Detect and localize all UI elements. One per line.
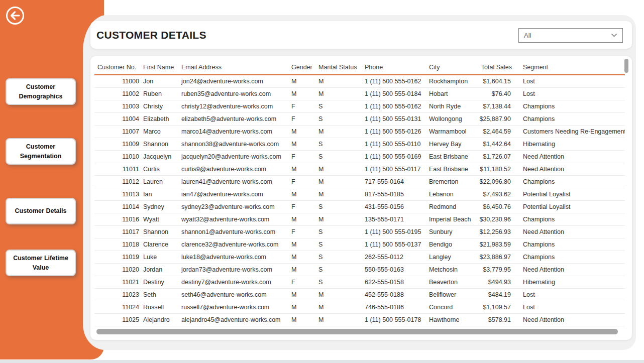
table-cell-segment: Lost	[514, 87, 625, 100]
table-cell-customer_no: 11025	[94, 313, 142, 326]
table-cell-gender: F	[290, 225, 317, 238]
table-cell-segment: Lost	[514, 288, 625, 301]
table-row[interactable]: 11011Curtiscurtis9@adventure-works.comMM…	[94, 163, 625, 175]
dropdown-selected-value: All	[524, 32, 531, 39]
table-cell-first_name: Jordan	[142, 263, 180, 276]
table-row[interactable]: 11019Lukeluke18@adventure-works.comMS262…	[94, 251, 625, 263]
table-cell-phone: 262-555-0112	[364, 251, 428, 263]
table-row[interactable]: 11002Rubenruben35@adventure-works.comMM1…	[94, 87, 625, 100]
table-cell-email_address: luke18@adventure-works.com	[180, 251, 290, 263]
table-cell-city: Sunbury	[428, 225, 477, 238]
table-cell-marital_status: M	[317, 87, 364, 100]
vertical-scrollbar[interactable]	[624, 59, 628, 73]
col-header-email-address[interactable]: Email Address	[180, 60, 290, 75]
col-header-customer-no[interactable]: Customer No.	[94, 60, 142, 75]
table-cell-marital_status: S	[317, 225, 364, 238]
table-row[interactable]: 11004Elizabethelizabeth5@adventure-works…	[94, 112, 625, 125]
table-cell-first_name: Curtis	[142, 163, 180, 175]
table-cell-first_name: Destiny	[142, 276, 180, 288]
col-header-segment[interactable]: Segment	[514, 60, 625, 75]
table-row[interactable]: 11018Clarenceclarence32@adventure-works.…	[94, 238, 625, 251]
table-row[interactable]: 11025Alejandroalejandro45@adventure-work…	[94, 313, 625, 326]
sidebar-item-customer-details[interactable]: Customer Details	[6, 198, 76, 224]
nav-label: Customer Lifetime Value	[12, 254, 70, 272]
table-cell-segment: Champions	[514, 112, 625, 125]
table-cell-segment: Champions	[514, 100, 625, 112]
nav-label: Customer Demographics	[12, 82, 70, 100]
table-cell-phone: 817-555-0185	[364, 188, 428, 200]
table-cell-marital_status: S	[317, 200, 364, 213]
horizontal-scrollbar[interactable]	[96, 329, 618, 334]
table-cell-segment: Hibernating	[514, 276, 625, 288]
table-cell-phone: 1 (11) 500 555-0110	[364, 138, 428, 150]
table-row[interactable]: 11024Russellrussell7@adventure-works.com…	[94, 301, 625, 313]
table-row[interactable]: 11003Christychristy12@adventure-works.co…	[94, 100, 625, 112]
table-cell-total_sales: $22,096.80	[477, 175, 514, 188]
table-cell-first_name: Luke	[142, 251, 180, 263]
table-cell-segment: Champions	[514, 251, 625, 263]
table-cell-total_sales: $23,886.97	[477, 251, 514, 263]
segment-filter-dropdown[interactable]: All	[518, 28, 623, 43]
title-card: CUSTOMER DETAILS All	[90, 21, 632, 49]
table-cell-phone: 1 (11) 500 555-0137	[364, 238, 428, 251]
table-cell-segment: Need Attention	[514, 150, 625, 163]
col-header-first-name[interactable]: First Name	[142, 60, 180, 75]
table-cell-first_name: Shannon	[142, 225, 180, 238]
table-cell-phone: 1 (11) 500 555-0169	[364, 150, 428, 163]
col-header-total-sales[interactable]: Total Sales	[477, 60, 514, 75]
back-button[interactable]	[5, 6, 25, 26]
table-row[interactable]: 11020Jordanjordan73@adventure-works.comM…	[94, 263, 625, 276]
table-row[interactable]: 11007Marcomarco14@adventure-works.comMM1…	[94, 125, 625, 138]
table-row[interactable]: 11012Laurenlauren41@adventure-works.comF…	[94, 175, 625, 188]
sidebar-item-customer-segmentation[interactable]: Customer Segmentation	[6, 138, 76, 165]
sidebar-item-customer-demographics[interactable]: Customer Demographics	[6, 78, 76, 105]
table-row[interactable]: 11013Ianian47@adventure-works.comMM817-5…	[94, 188, 625, 200]
table-cell-email_address: elizabeth5@adventure-works.com	[180, 112, 290, 125]
table-cell-phone: 622-555-0158	[364, 276, 428, 288]
table-cell-customer_no: 11023	[94, 288, 142, 301]
table-cell-first_name: Lauren	[142, 175, 180, 188]
table-cell-gender: F	[290, 200, 317, 213]
table-cell-total_sales: $12,256.93	[477, 225, 514, 238]
table-cell-phone: 1 (11) 500 555-0195	[364, 225, 428, 238]
table-row[interactable]: 11016Wyattwyatt32@adventure-works.comMM1…	[94, 213, 625, 225]
table-cell-total_sales: $2,464.59	[477, 125, 514, 138]
table-row[interactable]: 11017Shannonshannon1@adventure-works.com…	[94, 225, 625, 238]
table-cell-gender: M	[290, 238, 317, 251]
table-cell-marital_status: M	[317, 288, 364, 301]
table-cell-customer_no: 11009	[94, 138, 142, 150]
table-cell-total_sales: $7,493.62	[477, 188, 514, 200]
table-row[interactable]: 11010Jacquelynjacquelyn20@adventure-work…	[94, 150, 625, 163]
table-row[interactable]: 11000Jonjon24@adventure-works.comMM1 (11…	[94, 75, 625, 87]
table-row[interactable]: 11023Sethseth46@adventure-works.comMM452…	[94, 288, 625, 301]
col-header-marital-status[interactable]: Marital Status	[317, 60, 364, 75]
table-cell-customer_no: 11020	[94, 263, 142, 276]
table-cell-marital_status: S	[317, 100, 364, 112]
table-cell-city: North Ryde	[428, 100, 477, 112]
col-header-phone[interactable]: Phone	[364, 60, 428, 75]
table-cell-segment: Need Attention	[514, 225, 625, 238]
table-cell-email_address: wyatt32@adventure-works.com	[180, 213, 290, 225]
table-cell-gender: M	[290, 188, 317, 200]
col-header-city[interactable]: City	[428, 60, 477, 75]
table-body: 11000Jonjon24@adventure-works.comMM1 (11…	[94, 75, 625, 330]
table-row[interactable]: 11009Shannonshannon38@adventure-works.co…	[94, 138, 625, 150]
table-cell-segment: Lost	[514, 75, 625, 87]
table-cell-email_address: shannon1@adventure-works.com	[180, 225, 290, 238]
table-cell-segment: Need Attention	[514, 313, 625, 326]
table-row[interactable]: 11014Sydneysydney23@adventure-works.comF…	[94, 200, 625, 213]
sidebar-item-customer-lifetime-value[interactable]: Customer Lifetime Value	[6, 250, 76, 276]
col-header-gender[interactable]: Gender	[290, 60, 317, 75]
table-cell-total_sales: $3,779.95	[477, 263, 514, 276]
table-cell-email_address: curtis9@adventure-works.com	[180, 163, 290, 175]
table-cell-city: Bellflower	[428, 288, 477, 301]
table-cell-customer_no: 11018	[94, 238, 142, 251]
table-cell-phone: 1 (11) 500 555-0117	[364, 163, 428, 175]
table-cell-marital_status: S	[317, 138, 364, 150]
table-row[interactable]: 11021Destinydestiny7@adventure-works.com…	[94, 276, 625, 288]
table-cell-total_sales: $25,887.90	[477, 112, 514, 125]
table-cell-city: Hobart	[428, 87, 477, 100]
table-cell-customer_no: 11000	[94, 75, 142, 87]
table-cell-marital_status: M	[317, 163, 364, 175]
table-cell-phone: 1 (11) 500 555-0126	[364, 125, 428, 138]
